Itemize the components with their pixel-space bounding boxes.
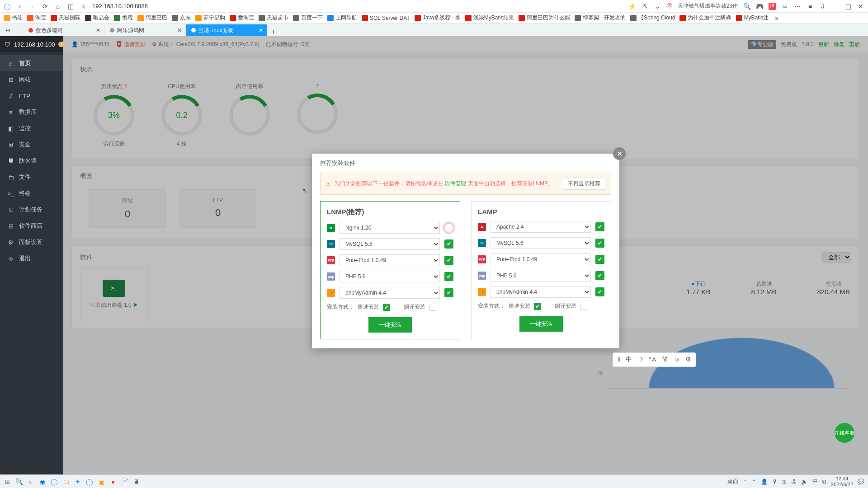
ime-button[interactable]: °ѧ [649,356,656,364]
forward-icon[interactable]: › [29,3,36,10]
support-fab[interactable]: 在线客服 [835,423,854,443]
lnmp-version-select[interactable]: Pure-Ftpd 1.0.49 [340,254,440,266]
search-icon[interactable]: 🔍 [743,3,750,10]
lnmp-compile-checkbox[interactable] [429,304,436,311]
lamp-package-checkbox[interactable]: ✔ [595,287,604,296]
bookmark-item[interactable]: 阿里巴巴为什么能 [519,14,570,22]
cortana-icon[interactable]: ○ [27,478,34,485]
lamp-version-select[interactable]: Apache 2.4 [491,221,591,233]
lnmp-version-select[interactable]: PHP 5.6 [340,271,440,282]
ime-button[interactable]: ⚙ [685,356,691,364]
menu-icon[interactable]: ≡ [807,3,814,10]
putty-icon[interactable]: 🖥 [133,478,140,485]
lamp-version-select[interactable]: phpMyAdmin 4.4 [491,286,591,298]
translate-icon[interactable]: 译 [769,3,776,10]
lnmp-package-checkbox[interactable]: ✔ [444,239,453,249]
browser-tab[interactable]: 蓝色多瑙河✕ [23,24,104,36]
ime-button[interactable]: ☺ [674,356,680,364]
explorer-icon[interactable]: 🗀 [62,478,70,485]
taskbar-search-icon[interactable]: 🔍 [15,478,23,485]
bookmark-item[interactable]: 上网导航 [327,14,357,22]
vbox-icon[interactable]: ▣ [98,478,105,485]
browser-tab[interactable]: 宝塔Linux面板✕ [186,24,267,36]
start-icon[interactable]: ⊞ [4,478,11,485]
bookmark-item[interactable]: 为什么加个注解@ [679,14,731,22]
lamp-package-checkbox[interactable]: ✔ [595,271,604,280]
sidebar-item[interactable]: ⇵FTP [0,88,63,104]
flash-icon[interactable]: ⚡ [629,3,636,10]
lamp-package-checkbox[interactable]: ✔ [595,239,604,248]
bookmark-item[interactable]: 京东 [172,14,191,22]
lnmp-version-select[interactable]: Nginx 1.20 [340,222,440,234]
bookmark-item[interactable]: 天猫国际 [51,14,80,22]
app4-icon[interactable]: ✦ [74,478,81,485]
bookmark-item[interactable]: 阿里巴巴 [137,14,167,22]
bookmark-item[interactable]: 爱淘宝 [230,14,254,22]
share-icon[interactable]: ⇱ [642,3,649,10]
lamp-version-select[interactable]: Pure-Ftpd 1.0.49 [491,253,591,265]
sidebar-item[interactable]: ⊞网站 [0,71,63,88]
bookmark-item[interactable]: 【Spring Cloud [630,14,675,22]
sidebar-item[interactable]: ⎋退出 [0,250,63,267]
sidebar-item[interactable]: ≡数据库 [0,104,63,120]
tab-close-icon[interactable]: ✕ [259,27,263,33]
new-tab-button[interactable]: + [267,28,280,36]
dismiss-recommend-button[interactable]: 不再显示推荐 [563,178,605,190]
lnmp-fast-checkbox[interactable]: ✔ [383,304,390,311]
lamp-compile-checkbox[interactable] [580,303,587,310]
sidebar-item[interactable]: ⚙面板设置 [0,234,63,250]
reload-icon[interactable]: ⟳ [42,3,49,10]
dropdown-icon[interactable]: ⌄ [654,3,661,10]
minimize-icon[interactable]: — [832,3,839,10]
bookmark-item[interactable]: Java多线程 - 各 [415,14,461,22]
sidebar-item[interactable]: 🗀文件 [0,169,63,185]
edge-icon[interactable]: ◉ [39,478,46,485]
close-icon[interactable]: ✕ [857,3,864,10]
tab-close-icon[interactable]: ✕ [96,27,100,33]
sidebar-item[interactable]: ⛊防火墙 [0,153,63,169]
bookmark-item[interactable]: SQL Server DAT [362,15,410,21]
tab-close-icon[interactable]: ✕ [177,27,182,33]
bookmark-item[interactable]: 携程 [114,14,133,22]
ime-button[interactable]: ⦀ [618,356,620,364]
lamp-package-checkbox[interactable]: ✔ [595,255,604,264]
lnmp-package-checkbox[interactable]: ✔ [444,272,453,281]
gamepad-icon[interactable]: 🎮 [756,3,763,10]
ime-button[interactable]: 简 [662,356,668,364]
bookmark-item[interactable]: 浅谈MyBatis结果 [465,14,514,22]
lamp-package-checkbox[interactable]: ✔ [595,222,604,231]
lnmp-package-checkbox[interactable]: ✔ [444,256,453,265]
sidebar-item[interactable]: ⌂首页 [0,55,63,71]
bookmark-item[interactable]: 博客园 - 开发者的 [575,14,626,22]
infinity-icon[interactable]: ∞ [781,3,788,10]
bookmark-item[interactable]: 百度一下 [293,14,323,22]
tab-back[interactable]: ↤ [0,24,23,36]
notepad-icon[interactable]: 📄 [121,478,128,485]
bookmark-item[interactable]: 唯品会 [85,14,109,22]
lnmp-install-button[interactable]: 一键安装 [368,317,412,333]
ime-button[interactable]: ☽ [637,356,643,364]
app5-icon[interactable]: ◯ [86,478,93,485]
lnmp-version-select[interactable]: phpMyAdmin 4.4 [340,287,440,299]
download-icon[interactable]: ⇩ [819,3,826,10]
bookmark-item[interactable]: 淘宝 [27,14,46,22]
ime-button[interactable]: 中 [626,356,632,364]
address-bar[interactable]: 192.168.10.100:8888 [92,3,183,9]
lnmp-package-checkbox[interactable] [444,223,453,232]
bookmark-item[interactable]: 书签 [4,14,23,22]
sidebar-item[interactable]: ⛨安全 [0,136,63,153]
lamp-version-select[interactable]: MySQL 5.6 [491,237,591,249]
lamp-version-select[interactable]: PHP 5.6 [491,270,591,282]
bookmark-item[interactable]: 天猫超市 [259,14,288,22]
browser-search-hint[interactable]: 天津燃气爆燃事故致23伤 [678,2,738,10]
lamp-install-button[interactable]: 一键安装 [519,316,563,332]
maximize-icon[interactable]: ▢ [844,3,852,10]
favorite-icon[interactable]: ☆ [80,3,87,10]
browser-icon[interactable]: ◯ [51,478,58,485]
sidepanel-icon[interactable]: ◫ [67,3,74,10]
lamp-fast-checkbox[interactable]: ✔ [534,303,541,310]
bookmark-overflow-icon[interactable]: » [773,14,780,22]
back-icon[interactable]: ‹ [16,3,24,10]
sidebar-item[interactable]: ◧监控 [0,120,63,136]
browser-tab[interactable]: 阿乐源码网✕ [104,24,186,36]
